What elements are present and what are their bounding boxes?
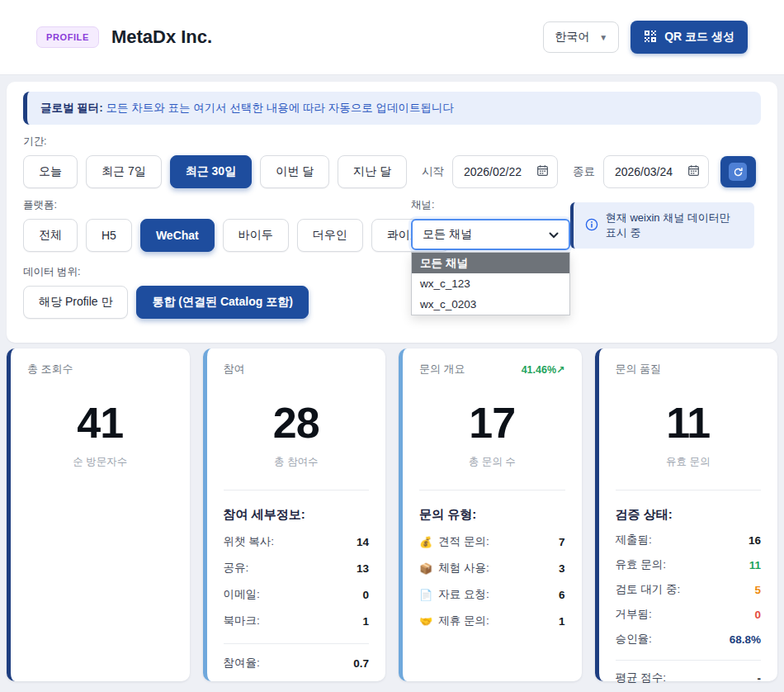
stat-label: 위챗 복사: [224,534,275,549]
global-filter-notice-label: 글로벌 필터: [40,102,103,114]
platform-button-h5[interactable]: H5 [86,219,132,252]
channel-option-all[interactable]: 모든 채널 [412,253,569,273]
app-header: PROFILE MetaDx Inc. 한국어 ▼ [0,0,784,75]
stat-card-engagement: 참여 28 총 참여수 참여 세부정보: 위챗 복사: 14 공유: 13 이메… [203,348,386,681]
stat-card-inquiry-quality: 문의 품질 11 유효 문의 검증 상태: 제출됨: 16 유효 문의: 11 … [595,348,778,681]
stat-row: 공유: 13 [224,561,370,576]
calendar-icon [687,164,700,179]
channel-label: 채널: [411,198,570,212]
period-button-last-7-days[interactable]: 최근 7일 [86,155,162,188]
stat-label: 이메일: [224,587,260,602]
period-button-last-30-days[interactable]: 최근 30일 [170,155,252,188]
start-date-input[interactable]: 2026/02/22 [452,155,558,188]
stat-row: 📦체험 사용: 3 [419,561,565,576]
money-bag-icon: 💰 [419,536,432,548]
platform-button-douyin[interactable]: 더우인 [297,219,363,252]
qr-button-label: QR 코드 생성 [664,30,734,45]
metric-value: 17 [419,401,565,444]
stat-value: 6 [559,589,565,601]
language-select[interactable]: 한국어 ▼ [543,21,619,53]
channel-dropdown: 모든 채널 wx_c_123 wx_c_0203 [411,252,570,315]
metric-value: 28 [224,401,370,444]
metric-subtitle: 총 참여수 [224,455,370,469]
stat-label: 📦체험 사용: [419,561,489,576]
scope-row: 해당 Profile 만 통합 (연결된 Catalog 포함) [23,286,411,319]
stat-value: 11 [749,559,761,571]
stat-row: 제출됨: 16 [616,533,762,547]
stat-row-average-score: 평균 점수: - [616,671,762,685]
end-date-label: 종료 [573,164,595,179]
stat-value: - [758,672,762,685]
period-button-last-month[interactable]: 지난 달 [338,155,407,188]
divider [224,490,370,491]
global-filter-notice-text: 모든 차트와 표는 여기서 선택한 내용에 따라 자동으로 업데이트됩니다 [103,102,454,114]
start-date-value: 2026/02/22 [464,165,522,178]
card-title: 총 조회수 [27,362,73,377]
divider [616,490,762,491]
apply-refresh-button[interactable] [720,156,756,187]
section-title: 참여 세부정보: [224,507,370,523]
stat-value: 14 [357,536,369,548]
section-title: 문의 유형: [419,507,565,523]
metric-subtitle: 유효 문의 [616,455,762,469]
qr-icon [644,30,657,45]
channel-info-text: 현재 weixin 채널 데이터만 표시 중 [606,211,743,240]
stat-row: 유효 문의: 11 [616,557,762,572]
refresh-icon [729,163,747,181]
stat-row: 위챗 복사: 14 [224,534,370,549]
channel-select-value: 모든 채널 [423,227,472,242]
end-date-value: 2026/03/24 [615,165,673,178]
platform-button-baidu[interactable]: 바이두 [223,219,289,252]
stat-value: 7 [559,536,565,548]
platform-label: 플랫폼: [23,198,411,212]
section-title: 검증 상태: [616,507,762,523]
stat-value: 3 [559,562,565,575]
stat-value: 0 [362,589,369,601]
channel-option-wx-c-123[interactable]: wx_c_123 [412,273,569,294]
stat-row: 이메일: 0 [224,587,370,602]
platform-button-wechat[interactable]: WeChat [140,219,215,252]
language-select-value: 한국어 [555,30,589,45]
scope-button-integrated[interactable]: 통합 (연결된 Catalog 포함) [136,286,308,319]
metric-subtitle: 순 방문자수 [27,455,173,469]
stat-label: 공유: [224,561,249,576]
divider [224,643,370,644]
stat-label: 승인율: [616,632,652,647]
stat-label: 평균 점수: [616,671,667,685]
page-title: MetaDx Inc. [111,26,212,48]
channel-select[interactable]: 모든 채널 [411,219,570,250]
scope-button-profile-only[interactable]: 해당 Profile 만 [23,286,128,319]
calendar-icon [536,164,549,179]
end-date-input[interactable]: 2026/03/24 [603,155,709,188]
stat-value: 5 [754,584,761,596]
global-filter-notice: 글로벌 필터: 모든 차트와 표는 여기서 선택한 내용에 따라 자동으로 업데… [23,92,761,125]
stat-row: 📄자료 요청: 6 [419,587,565,602]
stat-label: 💰견적 문의: [419,534,489,549]
card-title: 문의 개요 [419,362,465,377]
stat-value: 16 [749,534,761,547]
card-title: 문의 품질 [616,362,662,377]
qr-code-button[interactable]: QR 코드 생성 [631,21,748,54]
channel-option-wx-c-0203[interactable]: wx_c_0203 [412,294,569,315]
stat-card-total-views: 총 조회수 41 순 방문자수 [7,348,190,681]
stat-row-approval-rate: 승인율: 68.8% [616,632,762,647]
stat-row: 북마크: 1 [224,614,370,628]
platform-button-all[interactable]: 전체 [23,219,78,252]
trend-badge: 41.46%↗ [522,363,565,376]
period-button-this-month[interactable]: 이번 달 [260,155,329,188]
stat-label: 북마크: [224,614,260,628]
handshake-icon: 🤝 [419,615,432,628]
stat-label: 제출됨: [616,533,652,547]
stat-value: 1 [362,615,369,628]
period-button-today[interactable]: 오늘 [23,155,78,188]
stat-cards-row: 총 조회수 41 순 방문자수 참여 28 총 참여수 참여 세부정보: 위챗 … [0,343,784,692]
divider [616,660,762,661]
document-icon: 📄 [419,589,432,601]
profile-badge: PROFILE [36,26,99,48]
period-label: 기간: [23,135,761,149]
start-date-label: 시작 [422,164,444,179]
channel-info-box: 현재 weixin 채널 데이터만 표시 중 [570,202,754,249]
period-row: 오늘 최근 7일 최근 30일 이번 달 지난 달 시작 2026/02/22 [23,155,761,188]
metric-subtitle: 총 문의 수 [419,455,565,469]
global-filter-panel: 글로벌 필터: 모든 차트와 표는 여기서 선택한 내용에 따라 자동으로 업데… [7,82,777,343]
